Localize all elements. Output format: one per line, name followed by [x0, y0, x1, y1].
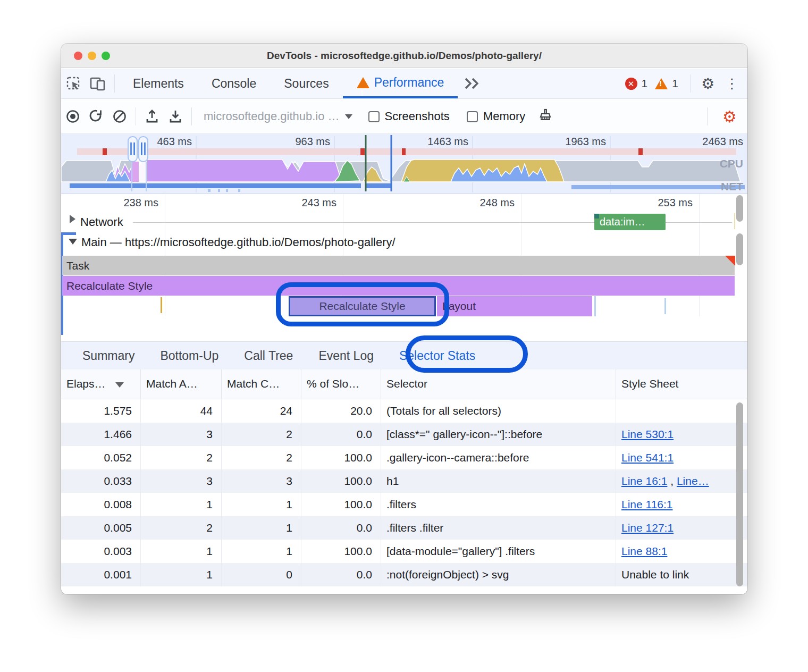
record-icon [65, 108, 81, 124]
capture-settings-gear-icon[interactable]: ⚙ [712, 107, 747, 126]
event-tick [161, 297, 162, 313]
table-row[interactable]: 0.005 2 1 0.0 .filters .filter Line 127:… [61, 516, 747, 540]
stylesheet-link[interactable]: Line… [677, 475, 709, 487]
tab-summary[interactable]: Summary [70, 342, 147, 369]
more-tabs-button[interactable] [463, 77, 481, 90]
annotation-circle-selector-stats [406, 335, 528, 373]
divider [707, 107, 708, 125]
main-track-accent [61, 232, 76, 235]
record-button[interactable] [61, 105, 85, 128]
save-profile-button[interactable] [164, 105, 187, 128]
table-row[interactable]: 0.052 2 2 100.0 .gallery-icon--camera::b… [61, 446, 747, 469]
tab-sources[interactable]: Sources [270, 69, 342, 98]
scrollbar-thumb[interactable] [736, 402, 743, 586]
table-row[interactable]: 0.033 3 3 100.0 h1 Line 16:1 , Line… [61, 469, 747, 493]
tab-console[interactable]: Console [198, 69, 270, 98]
table-row[interactable]: 1.466 3 2 0.0 [class*=" gallery-icon--"]… [61, 423, 747, 446]
checkbox-icon[interactable] [467, 111, 478, 122]
network-track-line [666, 222, 732, 223]
main-track-label[interactable]: Main — https://microsoftedge.github.io/D… [81, 236, 395, 249]
upload-icon [144, 108, 160, 124]
table-row[interactable]: 1.575 44 24 20.0 (Totals for all selecto… [61, 399, 747, 423]
col-match-count[interactable]: Match C… [222, 369, 301, 399]
device-toolbar-button[interactable] [86, 73, 110, 94]
collect-garbage-button[interactable] [534, 105, 557, 128]
divider [136, 107, 136, 125]
stylesheet-link[interactable]: Line 127:1 [621, 522, 674, 534]
stylesheet-link[interactable]: Line 88:1 [621, 545, 667, 557]
stylesheet-link[interactable]: Line 16:1 [621, 475, 667, 487]
clear-recording-button[interactable] [108, 105, 131, 128]
recalculate-style-label: Recalculate Style [66, 280, 153, 292]
tab-elements[interactable]: Elements [119, 69, 198, 98]
ruler-label: 243 ms [278, 197, 336, 209]
divider [191, 107, 192, 125]
network-track-label[interactable]: Network [80, 215, 123, 229]
tab-event-log[interactable]: Event Log [306, 342, 386, 369]
overview-time-label: 1963 ms [542, 136, 606, 148]
network-request-badge[interactable]: data:im… [594, 214, 666, 230]
inspect-element-button[interactable] [61, 73, 86, 94]
performance-toolbar: microsoftedge.github.io … Screenshots Me… [61, 99, 747, 134]
overview-time-label: 1463 ms [405, 136, 468, 148]
col-slow-pct[interactable]: % of Slo… [301, 369, 381, 399]
event-tick [594, 296, 596, 316]
selector-stats-table: Elaps… Match A… Match C… % of Slo… Selec… [61, 369, 747, 594]
main-collapse-icon[interactable] [69, 239, 77, 245]
col-selector[interactable]: Selector [381, 369, 616, 399]
layout-event-bar[interactable]: Layout [437, 296, 592, 316]
table-row[interactable]: 0.003 1 1 100.0 [data-module="gallery"] … [61, 540, 747, 563]
ruler-label: 248 ms [456, 197, 515, 209]
overview-time-label: 2463 ms [679, 136, 743, 148]
memory-label: Memory [483, 110, 525, 123]
network-request-label: data:im… [600, 216, 645, 228]
tab-performance-label: Performance [374, 68, 444, 97]
timeline-overview[interactable]: 463 ms 963 ms 1463 ms 1963 ms 2463 ms CP… [61, 134, 747, 194]
sort-desc-icon [115, 382, 124, 388]
titlebar: DevTools - microsoftedge.github.io/Demos… [61, 44, 747, 68]
screenshots-label: Screenshots [385, 110, 450, 123]
error-count-icon[interactable]: ✕ [625, 78, 637, 90]
table-row[interactable]: 0.008 1 1 100.0 .filters Line 116:1 [61, 493, 747, 516]
event-tick [664, 298, 666, 314]
task-bar[interactable]: Task [62, 256, 735, 275]
tab-performance[interactable]: Performance [343, 69, 458, 98]
history-dropdown[interactable]: microsoftedge.github.io … [204, 110, 352, 123]
gridline [699, 194, 700, 316]
warning-count[interactable]: 1 [672, 77, 678, 90]
col-style-sheet[interactable]: Style Sheet [616, 369, 747, 399]
stylesheet-link[interactable]: Line 530:1 [621, 428, 674, 440]
task-bar-label: Task [66, 259, 89, 272]
memory-checkbox[interactable]: Memory [467, 110, 525, 123]
warning-count-icon[interactable] [655, 78, 668, 89]
settings-gear-icon[interactable]: ⚙ [695, 75, 721, 93]
scrollbar-thumb[interactable] [736, 233, 743, 265]
kebab-menu-icon[interactable]: ⋮ [721, 75, 747, 92]
tab-call-tree[interactable]: Call Tree [231, 342, 306, 369]
cpu-track-label: CPU [720, 157, 743, 170]
scrollbar-thumb[interactable] [736, 195, 743, 222]
screenshots-checkbox[interactable]: Screenshots [368, 110, 450, 123]
annotation-circle-selected-event [276, 282, 449, 326]
chevron-down-icon [345, 114, 352, 119]
stylesheet-link[interactable]: Line 541:1 [621, 451, 674, 464]
stylesheet-link[interactable]: Line 116:1 [621, 498, 673, 510]
load-profile-button[interactable] [140, 105, 164, 128]
error-count[interactable]: 1 [642, 77, 648, 90]
performance-warning-icon [357, 77, 369, 88]
table-row[interactable]: 0.001 1 0 0.0 :not(foreignObject) > svg … [61, 563, 747, 586]
reload-and-record-button[interactable] [85, 105, 108, 128]
network-track-line [133, 222, 594, 223]
net-track-label: NET [721, 180, 743, 193]
devtools-tabbar: Elements Console Sources Performance ✕ 1… [61, 69, 747, 99]
checkbox-icon[interactable] [368, 111, 380, 122]
ruler-label: 238 ms [100, 197, 158, 209]
col-match-attempts[interactable]: Match A… [141, 369, 222, 399]
overview-time-label: 963 ms [266, 136, 330, 148]
double-chevron-icon [463, 77, 481, 90]
device-toolbar-icon [89, 75, 106, 91]
tab-bottom-up[interactable]: Bottom-Up [147, 342, 231, 369]
col-elapsed[interactable]: Elaps… [61, 369, 141, 399]
divider [690, 74, 691, 93]
network-expand-icon[interactable] [70, 215, 75, 223]
